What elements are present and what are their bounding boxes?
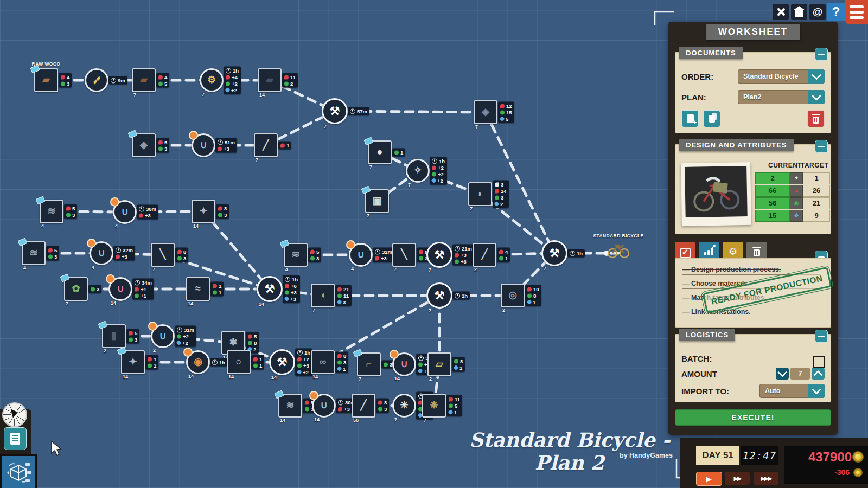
node-rod-n16[interactable]: ╲783 xyxy=(151,243,175,267)
node-lathe-n7[interactable]: ∪51m+3 xyxy=(192,133,215,157)
chevron-down-icon xyxy=(808,384,825,398)
worksheet-toggle-button[interactable] xyxy=(4,427,27,450)
node-stats-badge: 1h xyxy=(452,292,470,300)
node-press-n4[interactable]: ⚙71h+4+2+2 xyxy=(200,68,224,92)
green-attribute-icon xyxy=(495,195,499,200)
clock-icon xyxy=(212,359,218,365)
node-lathe-p6[interactable]: ∪432m+3 xyxy=(90,241,113,265)
node-assembly-a1[interactable]: ⚒757m xyxy=(322,98,348,124)
node-saw-n2[interactable]: ▰▰9m xyxy=(85,68,108,92)
node-assembly-a6[interactable]: ⚒141h+2+3+2 xyxy=(269,349,295,375)
node-pedal-n30[interactable]: ▱281 xyxy=(427,352,451,376)
node-blade-n32[interactable]: ╱5683 xyxy=(352,394,375,418)
node-hub-n26[interactable]: ✦1411 xyxy=(121,350,145,374)
node-lathe-plus-p9[interactable]: ∪231m+2+2 xyxy=(151,324,175,348)
node-assembly-a4[interactable]: ⚒71h xyxy=(426,282,452,309)
node-pin-n8[interactable]: ╱71 xyxy=(254,133,278,157)
node-fiber-n15[interactable]: ≋453 xyxy=(22,241,46,265)
node-spoke-n19[interactable]: ╱241 xyxy=(473,243,496,267)
node-stats-badge: 81 xyxy=(452,357,465,372)
node-assembly-a5[interactable]: ⚒71h xyxy=(541,240,567,266)
green-attribute-icon xyxy=(527,293,532,298)
red-attribute-icon xyxy=(378,400,382,404)
node-hub-n14[interactable]: ✦1483 xyxy=(192,200,215,223)
attention-icon xyxy=(189,131,198,140)
execute-button[interactable]: EXECUTE! xyxy=(675,409,831,426)
delete-plan-button[interactable] xyxy=(807,110,825,127)
settings-tools-button[interactable] xyxy=(773,4,789,20)
node-lathe-p5[interactable]: ∪436m+3 xyxy=(113,200,137,224)
help-button[interactable]: ? xyxy=(827,3,845,21)
import-to-dropdown[interactable]: Auto xyxy=(760,384,825,398)
node-assembly-a3[interactable]: ⚒721m+3+3 xyxy=(426,242,452,268)
node-lathe-pink-p11[interactable]: ∪1434m+1+1 xyxy=(392,352,416,376)
home-icon xyxy=(795,10,803,17)
green-attribute-icon xyxy=(148,363,152,368)
node-wood-n1[interactable]: ▰RAW WOOD43 xyxy=(34,68,58,92)
node-fiber-n31[interactable]: ≋1453 xyxy=(278,394,302,418)
node-part-n6[interactable]: ◆53 xyxy=(132,133,156,157)
node-lathe-p7[interactable]: ∪432m+3 xyxy=(349,243,373,267)
documents-minimize-button[interactable] xyxy=(815,48,828,61)
plan-dropdown[interactable]: Plan2 xyxy=(738,90,825,104)
coin-icon xyxy=(853,468,863,477)
play-speed-button[interactable]: ▶ xyxy=(696,472,722,486)
design-minimize-button[interactable] xyxy=(815,140,828,153)
node-count: 7 xyxy=(359,376,361,382)
node-needle-n18[interactable]: ╲783 xyxy=(392,243,416,267)
node-weld-p4[interactable]: ✧71h+2+2+2 xyxy=(406,159,430,183)
node-fiber-n17[interactable]: ≋453 xyxy=(284,243,308,267)
blueprint-canvas[interactable]: ▰RAW WOOD43▰▰9m▰745⚙71h+4+2+2▰14112◆53∪5… xyxy=(0,0,868,488)
bar-icon: ⌐ xyxy=(366,359,372,369)
green-attribute-icon xyxy=(384,362,388,367)
home-button[interactable] xyxy=(791,4,807,20)
node-bicycle-out[interactable]: STANDARD BICYCLE xyxy=(607,241,630,260)
green-attribute-icon xyxy=(284,81,289,86)
red-attribute-icon xyxy=(158,75,163,79)
time-gauge-icon[interactable] xyxy=(2,402,27,427)
fast-forward-button[interactable]: ▶▶ xyxy=(725,472,750,485)
node-wire-n21[interactable]: ≈1411 xyxy=(186,277,210,301)
order-dropdown[interactable]: Standard Bicycle xyxy=(738,69,825,84)
node-frame-n9[interactable]: ◈712155 xyxy=(474,100,497,124)
node-box-n11[interactable]: ▣7 xyxy=(365,189,389,213)
node-tire-n23[interactable]: ◎21081 xyxy=(501,284,525,307)
node-lathe-p12[interactable]: ∪1430m+3 xyxy=(312,394,336,418)
amount-decrease-button[interactable] xyxy=(776,368,789,380)
fastest-speed-button[interactable]: ▶▶▶ xyxy=(754,472,778,485)
node-stats-badge: 11 xyxy=(251,355,264,370)
node-board-n3[interactable]: ▰745 xyxy=(132,68,156,92)
node-oven-p10[interactable]: ◉141h xyxy=(186,350,210,374)
node-chain-n28[interactable]: ∞14881 xyxy=(311,350,335,374)
new-plan-button[interactable] xyxy=(681,110,699,127)
node-stats-badge: 45 xyxy=(156,73,169,88)
main-menu-button[interactable] xyxy=(845,0,868,24)
node-assembly-a2[interactable]: ⚒141h+6+3+3 xyxy=(257,276,283,302)
node-block-n24[interactable]: ▮253 xyxy=(102,324,126,348)
frame-icon: ◈ xyxy=(482,107,489,117)
clock-icon xyxy=(297,350,303,355)
green-attribute-icon xyxy=(48,254,53,259)
node-leaf-n20[interactable]: ✿73 xyxy=(64,277,88,301)
green-attribute-icon xyxy=(177,256,182,260)
node-sphere-n10[interactable]: ●71 xyxy=(368,140,392,164)
attention-icon xyxy=(87,239,96,248)
node-bar-n29[interactable]: ⌐73 xyxy=(357,352,381,376)
node-stats-badge: 21m+3+3 xyxy=(452,245,474,266)
production-overview-button[interactable] xyxy=(0,454,37,488)
node-wheelwork-p13[interactable]: ✳73h+3+2+1 xyxy=(392,394,416,418)
node-ring-n27[interactable]: ○1411 xyxy=(227,350,251,374)
logistics-minimize-button[interactable] xyxy=(815,330,828,343)
batch-checkbox[interactable] xyxy=(813,356,825,368)
node-fiber-n13[interactable]: ≋453 xyxy=(40,200,63,223)
amount-increase-button[interactable] xyxy=(812,368,825,380)
node-seat-n12[interactable]: ◗731432 xyxy=(468,182,492,206)
node-darkboard-n5[interactable]: ▰14112 xyxy=(258,68,282,92)
node-wheel-n33[interactable]: ❋71151 xyxy=(422,394,446,418)
game-speed-snail-button[interactable]: @ xyxy=(809,4,826,20)
node-lathe-pink-p8[interactable]: ∪1434m+1+1 xyxy=(108,277,132,301)
node-stats-badge: 43 xyxy=(59,73,72,88)
node-greenpart-n22[interactable]: ◖721113 xyxy=(311,284,335,307)
wood-icon: ▰ xyxy=(42,75,50,85)
copy-plan-button[interactable] xyxy=(703,110,720,127)
